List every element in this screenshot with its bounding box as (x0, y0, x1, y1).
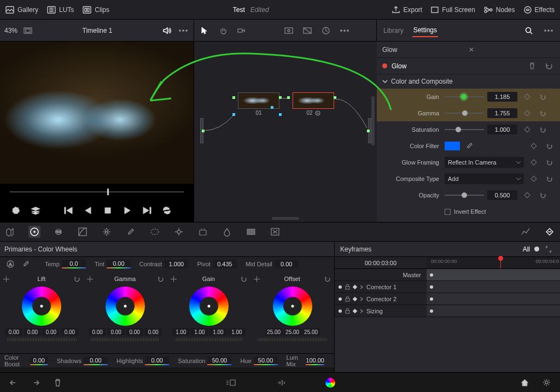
lift-value-1[interactable]: 0.00 (24, 328, 41, 336)
timeline-slider[interactable] (10, 191, 184, 192)
gain-jog[interactable] (174, 338, 244, 341)
node-02[interactable]: 02fx (293, 92, 334, 116)
gain-target-icon[interactable] (171, 276, 177, 282)
hue-value[interactable]: 50.00 (254, 356, 278, 365)
composite-keyframe-icon[interactable] (530, 175, 536, 182)
gain-wheel[interactable] (189, 286, 229, 326)
sat-value[interactable]: 50.00 (207, 356, 231, 365)
gamma-value-2[interactable]: 0.00 (126, 328, 143, 336)
diamond-icon[interactable] (353, 309, 357, 313)
gain-reset-icon[interactable] (241, 276, 247, 282)
gallery-button[interactable]: Gallery (5, 6, 38, 14)
keyframe-panel-icon[interactable] (520, 226, 532, 238)
page-edit-icon[interactable] (225, 377, 237, 389)
offset-value-0[interactable]: 25.00 (265, 328, 283, 336)
opacity-value[interactable]: 0.500 (487, 190, 517, 200)
loop-area-icon[interactable] (10, 204, 22, 217)
kf-track-0-lane[interactable] (427, 281, 560, 292)
kf-track-2-lane[interactable] (427, 305, 560, 317)
offset-target-icon[interactable] (254, 276, 260, 282)
fullscreen-button[interactable]: Full Screen (431, 6, 475, 14)
sizing-icon[interactable] (269, 226, 281, 238)
gamma-value-3[interactable]: 0.00 (144, 328, 162, 336)
saturation-slider[interactable] (445, 129, 484, 130)
stop-icon[interactable] (102, 204, 114, 217)
page-color-icon[interactable] (325, 378, 335, 388)
shadows-value[interactable]: 0.00 (84, 356, 108, 365)
color-warper-icon[interactable] (101, 226, 113, 238)
gain-reset-icon[interactable] (537, 91, 549, 103)
lock-icon[interactable] (345, 284, 350, 290)
window-icon[interactable] (149, 226, 161, 238)
fit-icon[interactable] (22, 25, 34, 37)
gain-value-3[interactable]: 1.00 (228, 328, 246, 336)
gamma-value-1[interactable]: 0.00 (107, 328, 125, 336)
kf-track-1-header[interactable]: Corrector 2 (335, 293, 427, 305)
export-button[interactable]: Export (392, 6, 422, 14)
gamma-target-icon[interactable] (87, 276, 93, 282)
clips-button[interactable]: Clips (83, 6, 109, 14)
saturation-keyframe-icon[interactable] (524, 126, 530, 132)
opacity-reset-icon[interactable] (537, 189, 549, 201)
gain-slider[interactable] (445, 96, 484, 97)
lummix-value[interactable]: 100.00 (306, 356, 324, 365)
redo-icon[interactable] (30, 377, 42, 389)
gain-value-0[interactable]: 1.00 (172, 328, 190, 336)
key-icon[interactable] (245, 226, 257, 238)
delete-icon[interactable] (51, 377, 63, 389)
layers-icon[interactable] (30, 204, 42, 217)
diamond-icon[interactable] (353, 297, 357, 301)
tint-value[interactable]: 0.00 (107, 260, 131, 268)
pivot-value[interactable]: 0.435 (213, 260, 237, 268)
offset-value-1[interactable]: 25.00 (284, 328, 301, 336)
lift-value-2[interactable]: 0.00 (42, 328, 60, 336)
node-add-icon[interactable] (236, 25, 248, 37)
section-color-composite[interactable]: Color and Composite (377, 74, 560, 89)
keyframes-ruler[interactable]: 00:00:00:00 00:00:04:0 (427, 257, 560, 268)
zoom-value[interactable]: 43% (4, 27, 18, 34)
clock-icon[interactable] (320, 25, 332, 37)
gamma-wheel[interactable] (106, 286, 145, 326)
camera-raw-icon[interactable] (4, 226, 16, 238)
more-effect-icon[interactable] (542, 25, 555, 37)
prev-clip-icon[interactable] (62, 204, 74, 217)
offset-value-2[interactable]: 25.00 (302, 328, 320, 336)
saturation-value[interactable]: 1.000 (487, 125, 517, 134)
node-graph[interactable]: 01 02fx (194, 42, 377, 222)
gain-value[interactable]: 1.185 (487, 92, 517, 102)
magic-mask-icon[interactable] (197, 226, 209, 238)
gain-value-2[interactable]: 1.00 (209, 328, 227, 336)
more-viewer-icon[interactable] (177, 25, 189, 37)
contrast-value[interactable]: 1.000 (164, 260, 188, 268)
saturation-reset-icon[interactable] (537, 124, 549, 136)
play-reverse-icon[interactable] (82, 204, 94, 217)
glowframing-keyframe-icon[interactable] (530, 159, 536, 165)
effect-enable-toggle[interactable] (382, 63, 387, 68)
viewer-image[interactable] (0, 42, 194, 184)
page-fairlight-icon[interactable] (275, 377, 287, 389)
composite-select[interactable]: Add (445, 173, 524, 184)
gain-value-1[interactable]: 1.00 (191, 328, 208, 336)
kf-track-1-lane[interactable] (427, 293, 560, 305)
tab-library[interactable]: Library (382, 25, 405, 37)
invert-effect-checkbox[interactable]: Invert Effect (445, 208, 486, 215)
offset-wheel[interactable] (273, 286, 312, 326)
composite-reset-icon[interactable] (544, 173, 556, 185)
nodes-button[interactable]: Nodes (484, 6, 515, 14)
kf-master-track[interactable] (427, 269, 560, 280)
lift-value-0[interactable]: 0.00 (5, 328, 22, 336)
chevron-right-icon[interactable] (360, 309, 364, 313)
keyframes-expand-icon[interactable] (542, 243, 555, 255)
gamma-keyframe-icon[interactable] (524, 110, 530, 116)
tab-settings[interactable]: Settings (412, 24, 438, 37)
pointer-icon[interactable] (199, 25, 211, 37)
hdr-icon[interactable]: HDR (52, 226, 65, 238)
hand-icon[interactable] (217, 25, 229, 37)
lock-icon[interactable] (345, 308, 350, 314)
lift-wheel[interactable] (22, 286, 61, 326)
lift-target-icon[interactable] (3, 276, 9, 282)
color-wheels-icon[interactable] (28, 226, 40, 238)
keyframes-all[interactable]: All (523, 245, 530, 253)
info-panel-icon[interactable] (544, 226, 556, 238)
curves-icon[interactable] (77, 226, 89, 238)
